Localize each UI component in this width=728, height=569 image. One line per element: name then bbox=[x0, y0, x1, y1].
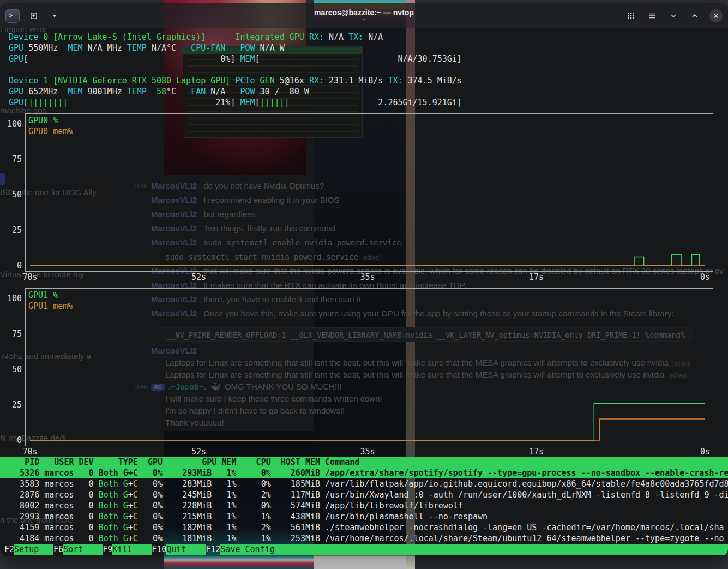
dropdown-caret-icon bbox=[51, 13, 58, 19]
fnkey-F10-label[interactable]: Quit bbox=[166, 544, 206, 555]
tab-overview-icon bbox=[627, 11, 635, 20]
tab-dropdown-button[interactable] bbox=[48, 9, 61, 22]
svg-text:25: 25 bbox=[12, 400, 22, 410]
process-row[interactable]: 3583 marcos 0 Both G+C 0% 283MiB 1% 0% 1… bbox=[0, 478, 728, 489]
terminal-window: >_ marcos@bazzite:~ — nvtop ~ bbox=[0, 3, 728, 556]
svg-text:0s: 0s bbox=[700, 272, 710, 282]
titlebar[interactable]: >_ marcos@bazzite:~ — nvtop ~ bbox=[0, 3, 728, 28]
svg-text:35s: 35s bbox=[360, 272, 375, 282]
svg-text:75: 75 bbox=[12, 329, 22, 339]
gpu0-history-chart: 100755025070s52s35s17s0sGPU0 %GPU0 mem% bbox=[0, 113, 728, 282]
fnkey-F2[interactable]: F2 bbox=[4, 544, 14, 555]
fnkey-F6-label[interactable]: Sort bbox=[63, 544, 103, 555]
svg-text:70s: 70s bbox=[22, 447, 37, 457]
fnkey-F12[interactable]: F12 bbox=[206, 544, 220, 555]
minimize-chevron-down-icon bbox=[669, 11, 678, 20]
device1-bars-line: GPU[|||||||| 21%] MEM[|||||| 2.265Gi/15.… bbox=[0, 97, 728, 108]
fnkey-F10[interactable]: F10 bbox=[152, 544, 166, 555]
fnkey-F2-label[interactable]: Setup bbox=[14, 544, 53, 555]
svg-text:GPU1 mem%: GPU1 mem% bbox=[28, 301, 73, 311]
svg-text:0: 0 bbox=[17, 435, 22, 445]
process-row[interactable]: 2876 marcos 0 Both G+C 0% 245MiB 1% 2% 1… bbox=[0, 489, 728, 500]
fnkey-F9-label[interactable]: Kill bbox=[112, 544, 152, 555]
device0-header-line: Device 0 [Arrow Lake-S (Intel Graphics)]… bbox=[0, 32, 728, 43]
device0-bars-line: GPU[ 0%] MEM[ N/A/30.753Gi] bbox=[0, 53, 728, 64]
fnkey-F12-label[interactable]: Save Config bbox=[220, 544, 728, 555]
svg-text:100: 100 bbox=[7, 294, 22, 303]
svg-text:50: 50 bbox=[12, 190, 22, 200]
menu-icon bbox=[648, 11, 657, 20]
window-title: marcos@bazzite:~ — nvtop bbox=[314, 8, 414, 17]
device0-clocks-line: GPU 550MHz MEM N/A MHz TEMP N/A°C CPU-FA… bbox=[0, 43, 728, 53]
svg-text:17s: 17s bbox=[529, 447, 544, 457]
svg-text:GPU0 mem%: GPU0 mem% bbox=[28, 127, 73, 136]
process-row[interactable]: 5326 marcos 0 Both G+C 0% 293MiB 1% 0% 2… bbox=[0, 468, 728, 478]
process-row[interactable]: 2993 marcos 0 Both G+C 0% 215MiB 1% 1% 4… bbox=[0, 511, 728, 522]
svg-text:GPU1 %: GPU1 % bbox=[28, 290, 58, 300]
maximize-button[interactable] bbox=[688, 9, 701, 22]
maximize-chevron-up-icon bbox=[690, 11, 699, 20]
process-table-header: PID USER DEV TYPE GPU GPU MEM CPU HOST M… bbox=[0, 457, 728, 468]
svg-text:70s: 70s bbox=[22, 272, 37, 282]
process-row[interactable]: 8002 marcos 0 Both G+C 0% 228MiB 1% 0% 5… bbox=[0, 500, 728, 511]
close-button[interactable] bbox=[709, 9, 723, 22]
svg-text:0s: 0s bbox=[700, 447, 710, 457]
process-table: PID USER DEV TYPE GPU GPU MEM CPU HOST M… bbox=[0, 457, 728, 544]
svg-text:0: 0 bbox=[17, 261, 22, 271]
close-icon bbox=[712, 11, 720, 20]
svg-text:100: 100 bbox=[7, 119, 22, 129]
tab-overview-button[interactable] bbox=[624, 9, 637, 22]
window-subtitle: ~ bbox=[363, 17, 366, 23]
svg-text:52s: 52s bbox=[191, 447, 206, 457]
minimize-button[interactable] bbox=[667, 9, 680, 22]
new-tab-button[interactable] bbox=[27, 9, 40, 22]
process-row[interactable]: 4159 marcos 0 Both G+C 0% 182MiB 1% 2% 5… bbox=[0, 522, 728, 533]
function-key-bar: F2SetupF6SortF9KillF10QuitF12Save Config bbox=[0, 544, 728, 555]
nvtop-terminal[interactable]: Device 0 [Arrow Lake-S (Intel Graphics)]… bbox=[0, 28, 728, 556]
terminal-app-icon: >_ bbox=[5, 9, 20, 23]
new-tab-icon bbox=[29, 11, 38, 20]
svg-text:GPU0 %: GPU0 % bbox=[28, 116, 58, 125]
svg-text:25: 25 bbox=[12, 225, 22, 235]
device1-header-line: Device 1 [NVIDIA GeForce RTX 5080 Laptop… bbox=[0, 75, 728, 86]
svg-text:35s: 35s bbox=[360, 447, 375, 457]
fnkey-F6[interactable]: F6 bbox=[53, 544, 63, 555]
device1-clocks-line: GPU 652MHz MEM 9001MHz TEMP 58°C FAN N/A… bbox=[0, 86, 728, 97]
menu-button[interactable] bbox=[646, 9, 659, 22]
svg-text:17s: 17s bbox=[529, 272, 544, 282]
svg-text:50: 50 bbox=[12, 364, 22, 374]
gpu1-history-chart: 100755025070s52s35s17s0sGPU1 %GPU1 mem% bbox=[0, 288, 728, 457]
svg-text:52s: 52s bbox=[191, 272, 206, 282]
process-row[interactable]: 4184 marcos 0 Both G+C 0% 181MiB 1% 1% 2… bbox=[0, 533, 728, 544]
svg-text:75: 75 bbox=[12, 154, 22, 164]
fnkey-F9[interactable]: F9 bbox=[103, 544, 112, 555]
